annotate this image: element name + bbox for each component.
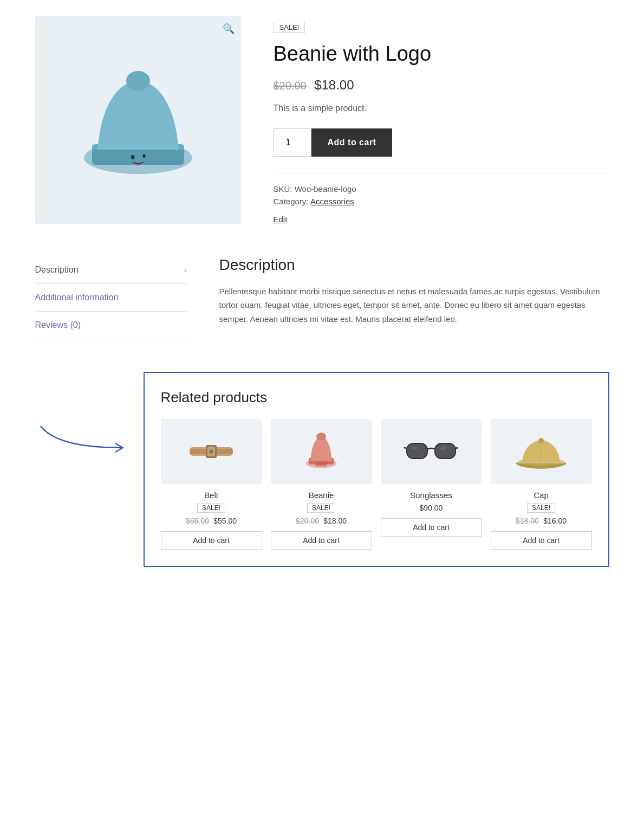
svg-rect-3	[92, 144, 184, 150]
price-container: $20.00 $18.00	[274, 78, 609, 93]
svg-point-23	[440, 447, 446, 450]
svg-line-20	[404, 447, 407, 448]
svg-rect-19	[435, 443, 456, 459]
page-container: 🔍	[24, 0, 620, 583]
product-card-sunglasses: Sunglasses $90.00 Add to cart	[381, 419, 482, 550]
arrow-icon	[35, 415, 133, 459]
sku-label: SKU:	[274, 184, 292, 193]
product-details: SALE! Beanie with Logo $20.00 $18.00 Thi…	[274, 16, 609, 224]
beanie-name: Beanie	[309, 491, 334, 500]
svg-rect-17	[315, 461, 327, 466]
beanie-price-sale: $18.00	[323, 517, 347, 525]
product-title: Beanie with Logo	[274, 42, 609, 67]
beanie-add-to-cart-button[interactable]: Add to cart	[271, 531, 372, 550]
cap-name: Cap	[534, 491, 549, 500]
related-products-title: Related products	[161, 389, 592, 406]
beanie-badge: SALE!	[307, 503, 335, 513]
sunglasses-prices: $90.00	[420, 503, 443, 513]
product-sku: SKU: Woo-beanie-logo	[274, 184, 609, 193]
tabs-sidebar: Description › Additional information Rev…	[35, 256, 187, 339]
add-to-cart-row: Add to cart	[274, 128, 609, 157]
sunglasses-name: Sunglasses	[410, 491, 452, 500]
product-card-belt: Belt SALE! $65.00 $55.00 Add to cart	[161, 419, 262, 550]
tab-reviews[interactable]: Reviews (0)	[35, 312, 187, 339]
products-grid: Belt SALE! $65.00 $55.00 Add to cart	[161, 419, 592, 550]
product-card-cap-image[interactable]	[491, 419, 592, 484]
belt-name: Belt	[204, 491, 218, 500]
belt-badge: SALE!	[197, 503, 225, 513]
beanie-illustration	[300, 430, 343, 473]
tab-reviews-label: Reviews (0)	[35, 320, 81, 330]
product-card-cap: Cap SALE! $18.00 $16.00 Add to cart	[491, 419, 592, 550]
related-products-section: Related products Belt	[144, 372, 609, 567]
product-section: 🔍	[35, 16, 609, 224]
sku-value: Woo-beanie-logo	[295, 184, 356, 193]
product-short-description: This is a simple product.	[274, 104, 609, 113]
tab-additional-information[interactable]: Additional information	[35, 284, 187, 312]
cap-illustration	[514, 430, 568, 473]
sunglasses-price: $90.00	[420, 504, 443, 512]
cap-badge: SALE!	[527, 503, 555, 513]
product-card-beanie: Beanie SALE! $20.00 $18.00 Add to cart	[271, 419, 372, 550]
product-card-beanie-image[interactable]	[271, 419, 372, 484]
product-image	[68, 44, 209, 196]
related-section-wrapper: Related products Belt	[35, 372, 609, 567]
chevron-right-icon: ›	[184, 266, 187, 274]
add-to-cart-button[interactable]: Add to cart	[311, 128, 393, 157]
product-category: Category: Accessories	[274, 197, 609, 206]
cap-prices: $18.00 $16.00	[516, 516, 567, 526]
sunglasses-add-to-cart-button[interactable]: Add to cart	[381, 518, 482, 537]
tab-content-text: Pellentesque habitant morbi tristique se…	[219, 285, 609, 326]
sunglasses-illustration	[404, 435, 458, 468]
quantity-input[interactable]	[274, 128, 311, 157]
arrow-area	[35, 372, 144, 461]
belt-illustration	[187, 435, 236, 468]
cap-price-sale: $16.00	[543, 517, 567, 525]
svg-point-22	[412, 447, 418, 450]
product-meta: SKU: Woo-beanie-logo Category: Accessori…	[274, 173, 609, 224]
belt-price-original: $65.00	[186, 517, 209, 525]
svg-rect-18	[407, 443, 427, 459]
product-card-belt-image[interactable]	[161, 419, 262, 484]
tab-description[interactable]: Description ›	[35, 256, 187, 284]
belt-add-to-cart-button[interactable]: Add to cart	[161, 531, 262, 550]
edit-link[interactable]: Edit	[274, 215, 288, 224]
category-link[interactable]: Accessories	[310, 197, 354, 206]
svg-line-21	[456, 447, 458, 448]
zoom-icon[interactable]: 🔍	[223, 23, 235, 35]
svg-point-2	[126, 71, 150, 91]
tab-additional-information-label: Additional information	[35, 293, 119, 302]
beanie-prices: $20.00 $18.00	[296, 516, 347, 526]
price-sale: $18.00	[314, 78, 354, 92]
cap-add-to-cart-button[interactable]: Add to cart	[491, 531, 592, 550]
price-original: $20.00	[274, 80, 307, 92]
product-card-sunglasses-image[interactable]	[381, 419, 482, 484]
svg-point-7	[142, 154, 145, 158]
category-label: Category:	[274, 197, 309, 206]
sale-badge: SALE!	[274, 22, 305, 33]
beanie-price-original: $20.00	[296, 517, 319, 525]
svg-point-16	[316, 433, 326, 440]
tabs-section: Description › Additional information Rev…	[35, 256, 609, 339]
svg-point-13	[210, 450, 212, 453]
tab-description-label: Description	[35, 265, 79, 275]
tab-content: Description Pellentesque habitant morbi …	[219, 256, 609, 339]
cap-price-original: $18.00	[516, 517, 539, 525]
belt-prices: $65.00 $55.00	[186, 516, 237, 526]
belt-price-sale: $55.00	[213, 517, 237, 525]
tab-content-title: Description	[219, 256, 609, 274]
product-image-container: 🔍	[35, 16, 241, 224]
